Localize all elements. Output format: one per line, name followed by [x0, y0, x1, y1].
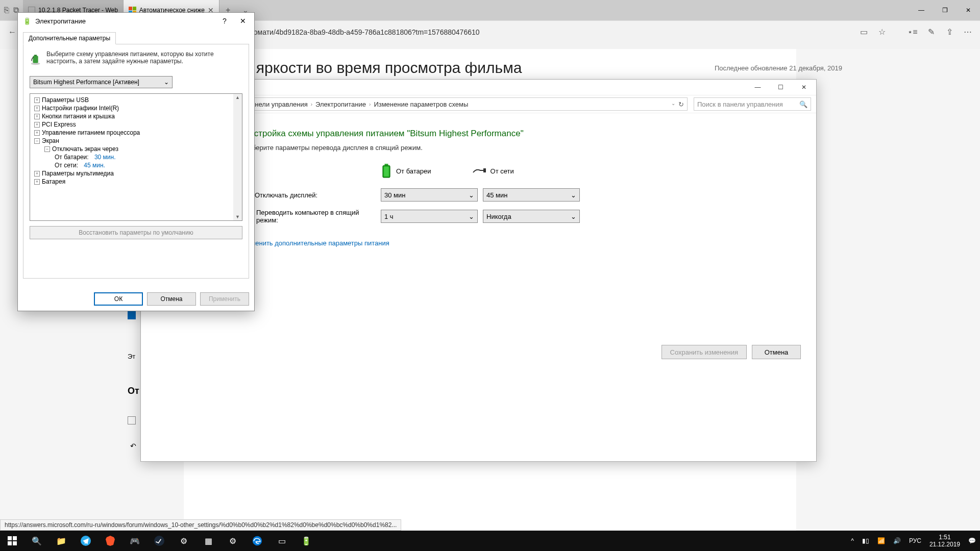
tray-overflow-icon[interactable]: ^ [847, 531, 858, 551]
wifi-tray-icon[interactable]: 📶 [873, 531, 889, 551]
explorer-icon[interactable]: 📁 [49, 531, 74, 551]
tree-item-cpu[interactable]: +Управление питанием процессора [31, 129, 241, 137]
plan-name: Bitsum Highest Performance [Активен] [33, 79, 139, 86]
power-settings-icon[interactable]: 🔋 [294, 531, 318, 551]
close-button[interactable]: ✕ [957, 0, 980, 20]
tree-scrollbar[interactable]: ▲▼ [233, 94, 242, 220]
advanced-settings-link[interactable]: Изменить дополнительные параметры питани… [243, 239, 714, 247]
svg-rect-3 [483, 168, 486, 172]
po-desc-text: Выберите схему управления питанием, кото… [46, 51, 242, 69]
notes-icon[interactable]: ✎ [923, 24, 939, 40]
row-label: Переводить компьютер в спящий режим: [256, 209, 376, 224]
chevron-down-icon: ⌄ [469, 191, 474, 199]
collapse-icon[interactable]: − [44, 146, 50, 152]
expand-icon[interactable]: + [34, 114, 40, 119]
cancel-button[interactable]: Отмена [147, 292, 196, 306]
maximize-button[interactable]: ❐ [933, 0, 957, 20]
battery-plan-icon [30, 51, 41, 69]
plan-select[interactable]: Bitsum Highest Performance [Активен] ⌄ [30, 76, 173, 88]
minimize-button[interactable]: — [910, 0, 933, 20]
start-button[interactable] [0, 531, 24, 551]
answer-header: От [128, 386, 139, 396]
favorite-icon[interactable]: ☆ [874, 24, 890, 40]
cp-subheading: Выберите параметры перевода дисплея в сп… [243, 144, 714, 152]
tree-item-pci[interactable]: +PCI Express [31, 120, 241, 129]
expand-icon[interactable]: + [34, 171, 40, 177]
clock-date: 21.12.2019 [929, 541, 960, 548]
svg-rect-5 [33, 56, 38, 63]
search-icon[interactable]: 🔍 [799, 101, 807, 108]
volume-tray-icon[interactable]: 🔊 [889, 531, 905, 551]
crumb[interactable]: Изменение параметров схемы [371, 98, 471, 110]
close-button[interactable]: ✕ [234, 14, 252, 28]
collapse-icon[interactable]: − [34, 138, 40, 144]
answer-checkbox[interactable] [128, 416, 136, 424]
sleep-battery-select[interactable]: 1 ч⌄ [381, 210, 478, 223]
minimize-button[interactable]: — [746, 80, 769, 94]
app-icon-3[interactable]: ▭ [270, 531, 294, 551]
battery-tray-icon[interactable]: ▮▯ [858, 531, 873, 551]
chevron-down-icon: ⌄ [469, 213, 474, 220]
help-button[interactable]: ? [215, 14, 234, 28]
reading-view-icon[interactable]: ▭ [855, 24, 872, 40]
chevron-down-icon[interactable]: ⌄ [671, 101, 675, 108]
taskbar: 🔍 📁 🎮 ⚙ ▦ ⚙ ▭ 🔋 ^ ▮▯ 📶 🔊 РУС 1:51 21.12.… [0, 531, 980, 551]
save-button[interactable]: Сохранить изменения [662, 345, 747, 359]
undo-icon[interactable]: ↶ [130, 442, 136, 450]
expand-icon[interactable]: + [34, 122, 40, 128]
tree-item-ac-val[interactable]: От сети: 45 мин. [31, 161, 241, 169]
telegram-icon[interactable] [74, 531, 98, 551]
tab-advanced[interactable]: Дополнительные параметры [23, 32, 116, 44]
brave-icon[interactable] [98, 531, 122, 551]
clock[interactable]: 1:51 21.12.2019 [925, 531, 964, 551]
article-meta: Последнее обновление 21 декабря, 2019 [715, 64, 842, 72]
tree-item-screen-off[interactable]: −Отключать экран через [31, 145, 241, 153]
tree-item-usb[interactable]: +Параметры USB [31, 96, 241, 104]
tree-item-battery[interactable]: +Батарея [31, 178, 241, 186]
app-icon-2[interactable]: ▦ [196, 531, 220, 551]
display-battery-select[interactable]: 30 мин⌄ [381, 188, 478, 202]
favorites-bar-icon[interactable]: ⋆≡ [904, 24, 921, 40]
cancel-button[interactable]: Отмена [752, 345, 801, 359]
refresh-icon[interactable]: ↻ [678, 101, 684, 108]
tree-item-media[interactable]: +Параметры мультимедиа [31, 169, 241, 178]
maximize-button[interactable]: ☐ [769, 80, 792, 94]
settings-tree[interactable]: +Параметры USB +Настройки графики Intel(… [30, 93, 242, 221]
edge-icon[interactable] [245, 531, 270, 551]
action-center-icon[interactable]: 💬 [964, 531, 980, 551]
cp-search-input[interactable]: Поиск в панели управления 🔍 [694, 97, 811, 111]
chevron-down-icon: ⌄ [571, 191, 576, 199]
app-icon[interactable]: 🎮 [122, 531, 147, 551]
steam-icon[interactable] [147, 531, 172, 551]
chevron-down-icon: ⌄ [571, 213, 576, 220]
share-icon[interactable]: ⇪ [941, 24, 958, 40]
cp-buttons: Сохранить изменения Отмена [662, 345, 801, 359]
ac-label: От сети [491, 167, 514, 175]
settings-icon[interactable]: ⋯ [960, 24, 976, 40]
display-ac-select[interactable]: 45 мин⌄ [483, 188, 580, 202]
apply-button[interactable]: Применить [200, 292, 249, 306]
expand-icon[interactable]: + [34, 130, 40, 136]
restore-defaults-button[interactable]: Восстановить параметры по умолчанию [30, 226, 242, 239]
wot-icon[interactable]: ⚙ [172, 531, 196, 551]
expand-icon[interactable]: + [34, 106, 40, 111]
expand-icon[interactable]: + [34, 97, 40, 103]
dialog-buttons: ОК Отмена Применить [94, 292, 249, 306]
tree-item-lid[interactable]: +Кнопки питания и крышка [31, 112, 241, 120]
tab-aside-icon[interactable]: ⎘ [4, 6, 9, 15]
tree-item-intel[interactable]: +Настройки графики Intel(R) [31, 104, 241, 112]
expand-icon[interactable]: + [34, 179, 40, 185]
search-placeholder: Поиск в панели управления [697, 101, 783, 108]
search-icon[interactable]: 🔍 [24, 531, 49, 551]
sleep-ac-select[interactable]: Никогда⌄ [483, 210, 580, 223]
crumb[interactable]: Электропитание [312, 98, 369, 110]
system-tray: ^ ▮▯ 📶 🔊 РУС 1:51 21.12.2019 💬 [847, 531, 980, 551]
tree-item-battery-val[interactable]: От батареи: 30 мин. [31, 153, 241, 161]
close-button[interactable]: ✕ [792, 80, 815, 94]
settings-icon[interactable]: ⚙ [220, 531, 245, 551]
battery-icon [381, 164, 392, 178]
svg-rect-6 [34, 55, 37, 56]
language-indicator[interactable]: РУС [905, 531, 925, 551]
ok-button[interactable]: ОК [94, 292, 143, 306]
tree-item-screen[interactable]: −Экран [31, 137, 241, 145]
